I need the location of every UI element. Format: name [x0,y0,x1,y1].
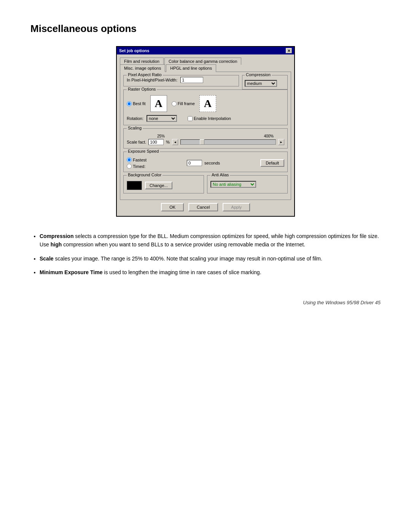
body-content: Compression selects a compression type f… [30,232,381,277]
raster-legend: Raster Options [127,87,157,91]
default-button[interactable]: Default [260,159,284,167]
exposure-right: seconds [187,160,220,166]
page-footer: Using the Windows 95/98 Driver 45 [30,300,381,305]
seconds-label: seconds [204,161,220,165]
tab-content: Pixel Aspect Ratio In Pixel-Height/Pixel… [120,72,291,200]
timed-radio[interactable] [127,164,132,169]
fill-frame-icon: A [199,95,216,112]
scale-left-arrow[interactable]: ◄ [172,139,178,145]
bullet-minimum-exposure-text: is used to lengthen the imaging time in … [104,269,261,275]
dialog-titlebar: Set job options ✕ [117,47,294,54]
timed-text: Timed: [133,164,145,169]
scale-percent-row: 25% 400% [127,134,284,138]
compression-group: Compression low medium high [242,75,288,89]
page-title: Miscellaneous options [30,23,381,35]
anti-alias-group: Anti Alias No anti aliasing Low Medium H… [207,175,288,193]
tab-color-balance[interactable]: Color balance and gamma correction [164,58,241,65]
enable-interpolation-label[interactable]: Enable Interpolation [188,116,231,121]
par-row: In Pixel-Height/Pixel-Width: [127,77,236,83]
scaling-legend: Scaling [127,126,143,130]
best-fit-icon: A [150,95,167,112]
raster-options-group: Raster Options Best fit A Fill frame [123,89,288,125]
rotation-label: Rotation: [127,116,143,121]
fill-frame-radio[interactable] [172,101,177,106]
dialog-body: Film and resolution Color balance and ga… [117,54,294,216]
scale-slider-track[interactable] [180,139,276,145]
compression-select[interactable]: low medium high [245,80,277,87]
bullet-compression: Compression selects a compression type f… [40,232,381,249]
fill-frame-text: Fill frame [178,101,195,106]
rotation-select[interactable]: none 90 180 270 [147,115,177,122]
dialog-wrapper: Set job options ✕ Film and resolution Co… [30,46,381,217]
fastest-text: Fastest [133,158,147,162]
apply-button[interactable]: Apply [223,203,250,211]
change-button[interactable]: Change... [145,182,172,189]
ok-button[interactable]: OK [161,203,184,211]
scale-fact-label: Scale fact. [127,140,146,144]
anti-alias-inner: No anti aliasing Low Medium High [210,181,284,188]
bg-color-inner: Change... [127,181,201,190]
pixel-aspect-ratio-group: Pixel Aspect Ratio In Pixel-Height/Pixel… [123,75,239,86]
fastest-radio[interactable] [127,157,132,162]
tab-misc-image-options[interactable]: Misc. image options [120,64,165,72]
close-icon[interactable]: ✕ [286,48,292,53]
exposure-legend: Exposure Speed [127,149,160,153]
scale-max-label: 400% [264,134,274,138]
scale-input-row: Scale fact. % ◄ ► [127,139,284,145]
bullet-scale: Scale scales your image. The range is 25… [40,254,381,263]
fill-frame-label[interactable]: Fill frame [172,101,195,106]
bullet-compression-rest: compression when you want to send BLLs t… [63,241,305,248]
scale-slider-thumb[interactable] [200,139,204,145]
bullet-minimum-exposure: Minimum Exposure Time is used to lengthe… [40,268,381,276]
raster-choices-row: Best fit A Fill frame A [127,95,284,112]
cancel-button[interactable]: Cancel [188,203,218,211]
tab-film-resolution[interactable]: Film and resolution [120,58,164,65]
tabs-bottom-row: Misc. image options HPGL and line option… [120,64,291,72]
exposure-left: Fastest Timed: [127,157,147,169]
bullet-scale-text: scales your image. The range is 25% to 4… [55,256,322,262]
exposure-inner: Fastest Timed: seconds Default [127,157,284,169]
enable-interpolation-checkbox[interactable] [188,116,193,121]
timed-label[interactable]: Timed: [127,164,147,169]
dialog-title: Set job options [119,48,149,53]
exposure-speed-group: Exposure Speed Fastest Timed: [123,152,288,172]
best-fit-radio[interactable] [127,101,132,106]
raster-options-content: Best fit A Fill frame A Rotation: [127,95,284,122]
par-label: In Pixel-Height/Pixel-Width: [127,78,177,82]
bg-color-legend: Background Color [127,173,162,177]
scale-input[interactable] [148,139,164,145]
seconds-input[interactable] [187,160,202,166]
color-swatch [127,181,142,190]
dialog-buttons: OK Cancel Apply [120,200,291,213]
scaling-group: Scaling 25% 400% Scale fact. % ◄ [123,128,288,149]
bullet-minimum-exposure-bold: Minimum Exposure Time [40,269,102,275]
scale-right-arrow[interactable]: ► [278,139,284,145]
anti-alias-select[interactable]: No anti aliasing Low Medium High [210,181,256,188]
best-fit-label[interactable]: Best fit [127,101,146,106]
tabs-top-row: Film and resolution Color balance and ga… [120,58,291,65]
scaling-inner: 25% 400% Scale fact. % ◄ ► [127,134,284,145]
bottom-groups-row: Background Color Change... Anti Alias No… [123,175,288,193]
scale-percent-symbol: % [166,140,170,144]
rotation-row: Rotation: none 90 180 270 Enable Interpo… [127,115,284,122]
anti-alias-legend: Anti Alias [210,173,230,177]
dialog: Set job options ✕ Film and resolution Co… [116,46,295,217]
bullet-compression-bold-inline: high [51,241,62,248]
par-input[interactable] [180,77,203,83]
best-fit-text: Best fit [133,101,146,106]
par-legend: Pixel Aspect Ratio [127,72,163,77]
fastest-label[interactable]: Fastest [127,157,147,162]
bullet-compression-bold: Compression [40,233,73,239]
bullet-scale-bold: Scale [40,256,54,262]
background-color-group: Background Color Change... [123,175,204,193]
tab-hpgl-line-options[interactable]: HPGL and line options [166,64,216,72]
scale-min-label: 25% [157,134,165,138]
bullet-list: Compression selects a compression type f… [40,232,381,277]
enable-interpolation-text: Enable Interpolation [194,116,231,121]
compression-legend: Compression [245,72,272,77]
